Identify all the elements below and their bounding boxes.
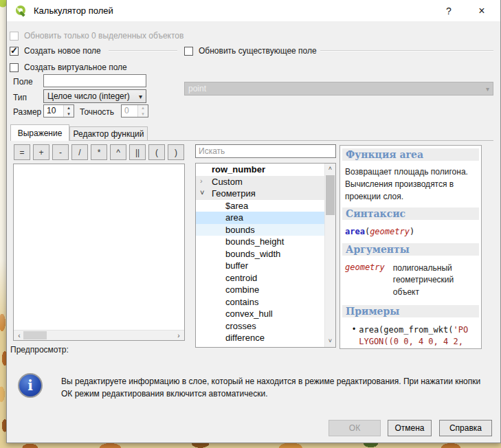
update-selected-row: Обновить только 0 выделенных объектов <box>10 30 183 41</box>
preview-label: Предпросмотр: <box>10 345 69 355</box>
help-title: Функция area <box>342 148 479 161</box>
search-input[interactable] <box>195 144 336 158</box>
tree-item-dollar-area[interactable]: $area <box>196 200 335 212</box>
example-code: area(geom_from_wkt('POLYGON((0 0, 4 0, 4… <box>359 324 471 349</box>
precision-value: 0 <box>122 105 137 117</box>
close-icon[interactable]: × <box>470 0 493 21</box>
argument-name: geometry <box>345 262 385 298</box>
help-syntax-heading: Синтаксис <box>342 208 479 220</box>
field-name-input[interactable] <box>43 74 146 87</box>
op-close-paren-button[interactable]: ) <box>168 144 184 160</box>
create-new-field-label: Создать новое поле <box>24 46 101 56</box>
tab-function-editor[interactable]: Редактор функций <box>69 126 148 141</box>
tree-item-crosses[interactable]: crosses <box>196 320 335 333</box>
groupbox-line <box>320 50 493 52</box>
op-open-paren-button[interactable]: ( <box>148 144 165 160</box>
horizontal-scrollbar[interactable]: ‹ › <box>14 330 184 340</box>
tree-group-custom[interactable]: ›Custom <box>196 176 335 188</box>
op-plus-button[interactable]: + <box>33 144 49 160</box>
chevron-down-icon[interactable]: ˅ <box>200 188 208 197</box>
scrollbar-thumb[interactable] <box>326 175 335 215</box>
help-syntax-code: area(geometry) <box>345 227 476 236</box>
tree-item-bounds-width[interactable]: bounds_width <box>196 248 335 260</box>
help-example-row: • area(geom_from_wkt('POLYGON((0 0, 4 0,… <box>353 324 478 349</box>
tree-group-geometry[interactable]: ˅Геометрия <box>196 188 335 200</box>
existing-field-select: point ▾ <box>184 82 493 96</box>
field-type-select[interactable]: Целое число (integer) ▾ <box>43 89 146 103</box>
tab-divider <box>10 140 493 141</box>
field-name-label: Поле <box>13 77 33 87</box>
stepper-arrows[interactable]: ▴▾ <box>63 105 74 117</box>
qgis-logo-icon <box>15 5 27 17</box>
field-type-value: Целое число (integer) <box>47 91 130 101</box>
op-equals-button[interactable]: = <box>14 144 30 160</box>
tree-item-bounds[interactable]: bounds <box>196 224 335 236</box>
ok-button: ОК <box>329 420 381 436</box>
tab-function-editor-label: Редактор функций <box>74 129 144 139</box>
op-multiply-button[interactable]: * <box>91 144 107 160</box>
chevron-down-icon: ▾ <box>486 85 489 93</box>
check-icon: ✓ <box>10 45 18 56</box>
op-minus-button[interactable]: - <box>52 144 69 160</box>
function-help-panel: Функция area Возвращает площадь полигона… <box>339 145 482 349</box>
groupbox-line <box>109 50 177 52</box>
spin-up-icon[interactable]: ▴ <box>64 105 74 111</box>
tree-item-bounds-height[interactable]: bounds_height <box>196 236 335 248</box>
op-divide-button[interactable]: / <box>71 144 88 160</box>
update-existing-field-row: Обновить существующее поле <box>184 45 317 56</box>
help-examples-heading: Примеры <box>342 305 479 317</box>
info-icon: i <box>18 373 43 398</box>
update-existing-field-checkbox[interactable] <box>184 47 193 56</box>
field-size-label: Размер <box>13 107 41 117</box>
edit-mode-notice: Вы редактируете информацию в слое, котор… <box>61 375 483 400</box>
create-new-field-checkbox[interactable]: ✓ <box>10 47 19 56</box>
create-virtual-field-checkbox[interactable] <box>10 63 19 72</box>
field-size-stepper[interactable]: 10 ▴▾ <box>43 104 74 117</box>
tab-expression-label: Выражение <box>18 128 63 138</box>
create-virtual-field-label: Создать виртуальное поле <box>24 63 127 72</box>
precision-stepper: 0 ▴▾ <box>121 104 148 117</box>
chevron-right-icon[interactable]: › <box>200 177 208 185</box>
update-selected-checkbox <box>10 32 19 41</box>
precision-label: Точность <box>80 107 114 117</box>
op-power-button[interactable]: ^ <box>110 144 126 160</box>
scroll-down-icon[interactable]: ˅ <box>325 336 335 347</box>
scrollbar-thumb[interactable] <box>23 331 47 339</box>
tree-item-area[interactable]: area <box>196 212 335 224</box>
field-type-label: Тип <box>13 93 27 102</box>
tree-item-combine[interactable]: combine <box>196 284 335 296</box>
update-selected-label: Обновить только 0 выделенных объектов <box>24 31 183 41</box>
create-virtual-field-row: Создать виртуальное поле <box>10 62 127 73</box>
tree-item-buffer[interactable]: buffer <box>196 260 335 272</box>
spin-down-icon[interactable]: ▾ <box>64 111 74 117</box>
field-size-value: 10 <box>44 105 63 117</box>
chevron-down-icon: ▾ <box>139 93 142 100</box>
tree-item-contains[interactable]: contains <box>196 296 335 309</box>
tree-item-row-number[interactable]: row_number <box>196 164 335 176</box>
tree-item-difference[interactable]: difference <box>196 332 335 344</box>
expression-editor[interactable]: ‹ › <box>13 164 185 341</box>
dialog-title: Калькулятор полей <box>34 5 113 16</box>
existing-field-value: point <box>188 84 206 93</box>
op-concat-button[interactable]: || <box>129 144 146 160</box>
help-button[interactable]: Справка <box>439 420 492 436</box>
titlebar-help-button[interactable]: ? <box>437 0 460 21</box>
tree-item-disjoint[interactable]: disjoint <box>196 344 335 348</box>
function-tree: row_number ›Custom ˅Геометрия $area area… <box>195 163 336 348</box>
bullet-icon: • <box>353 324 355 349</box>
tab-expression[interactable]: Выражение <box>10 124 69 141</box>
create-new-field-row: ✓ Создать новое поле <box>10 45 101 56</box>
spin-up-icon: ▴ <box>138 105 148 111</box>
spin-down-icon: ▾ <box>138 111 148 117</box>
field-calculator-dialog: Калькулятор полей ? × Обновить только 0 … <box>6 0 501 443</box>
scroll-up-icon[interactable]: ˄ <box>325 164 335 175</box>
tree-item-convex-hull[interactable]: convex_hull <box>196 308 335 320</box>
scroll-right-icon[interactable]: › <box>173 332 184 339</box>
vertical-scrollbar[interactable]: ˄ ˅ <box>324 164 335 347</box>
update-existing-field-label: Обновить существующее поле <box>199 46 317 56</box>
cancel-button[interactable]: Отмена <box>388 420 432 436</box>
operator-toolbar: = + - / * ^ || ( ) <box>14 144 184 160</box>
help-arguments-heading: Аргументы <box>342 243 479 256</box>
tree-item-centroid[interactable]: centroid <box>196 272 335 284</box>
help-argument-row: geometry полигональный геометрический об… <box>345 262 476 298</box>
